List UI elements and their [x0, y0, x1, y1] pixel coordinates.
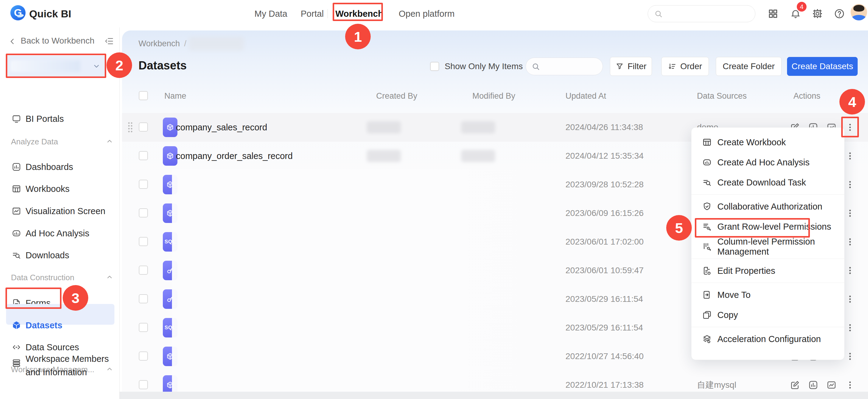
column-header-actions[interactable]: Actions — [794, 87, 820, 105]
row-checkbox[interactable] — [139, 208, 148, 218]
global-search-input[interactable] — [648, 5, 755, 22]
nav-portal[interactable]: Portal — [301, 0, 324, 27]
more-actions-icon[interactable] — [844, 150, 856, 162]
more-actions-icon[interactable] — [844, 294, 856, 305]
user-avatar[interactable] — [851, 4, 867, 21]
settings-gear-icon[interactable] — [812, 8, 823, 19]
nav-open-platform[interactable]: Open platform — [399, 0, 455, 27]
menu-item-create-download-task[interactable]: Create Download Task — [691, 172, 844, 193]
notification-badge: 4 — [797, 2, 807, 11]
row-checkbox[interactable] — [139, 294, 148, 303]
annotation-step-3: 3 — [63, 285, 88, 311]
search-icon — [654, 9, 663, 19]
row-checkbox[interactable] — [139, 122, 148, 132]
search-icon — [531, 62, 540, 73]
column-header-name[interactable]: Name — [164, 87, 186, 105]
collapse-sidebar-icon[interactable] — [105, 36, 114, 46]
table-header: Name Created By Modified By Updated At D… — [122, 87, 868, 105]
sidebar-item-downloads[interactable]: Downloads — [0, 244, 120, 266]
table-icon — [11, 184, 21, 194]
menu-item-edit-properties[interactable]: Edit Properties — [691, 261, 844, 281]
apps-grid-icon[interactable] — [768, 8, 778, 19]
row-checkbox[interactable] — [139, 351, 148, 361]
row-checkbox[interactable] — [139, 265, 148, 275]
help-icon[interactable] — [834, 8, 845, 19]
logo-text: Quick BI — [29, 0, 71, 27]
section-data-construction: Data Construction — [11, 273, 74, 282]
sidebar-item-workspace-members[interactable]: Workspace Members and Information — [0, 351, 120, 385]
menu-divider — [691, 194, 844, 195]
updated-at-value: 2022/10/21 17:13:38 — [565, 371, 644, 392]
create-datasets-button[interactable]: Create Datasets — [787, 57, 858, 76]
sidebar-item-workbooks[interactable]: Workbooks — [0, 178, 120, 200]
row-checkbox[interactable] — [139, 380, 148, 389]
data-source-value: 自建mysql — [697, 371, 736, 392]
edit-dataset-icon[interactable] — [789, 379, 800, 391]
sidebar-item-bi-portals[interactable]: BI Portals — [0, 108, 120, 130]
monitor-icon — [11, 114, 21, 124]
annotation-step-4: 4 — [839, 89, 865, 115]
sidebar-item-datasets[interactable]: Datasets — [0, 314, 120, 336]
create-folder-button[interactable]: Create Folder — [716, 57, 781, 76]
select-all-checkbox[interactable] — [139, 91, 148, 100]
menu-item-create-workbook[interactable]: Create Workbook — [691, 132, 844, 152]
show-only-my-items-checkbox[interactable] — [430, 62, 439, 71]
order-button[interactable]: Order — [661, 57, 709, 76]
data-source-arrows-icon — [11, 342, 21, 352]
chevron-up-icon[interactable] — [106, 138, 113, 145]
more-actions-icon[interactable] — [844, 208, 856, 219]
dataset-search-input[interactable] — [526, 58, 603, 75]
more-actions-icon[interactable] — [844, 265, 856, 276]
updated-at-value: 2024/04/12 15:35:34 — [565, 142, 644, 170]
create-analysis-icon[interactable] — [826, 379, 837, 391]
more-actions-icon[interactable] — [844, 236, 856, 247]
download-list-icon — [11, 250, 21, 260]
created-by-redacted — [367, 150, 401, 162]
row-checkbox[interactable] — [139, 237, 148, 246]
sidebar-item-dashboards[interactable]: Dashboards — [0, 156, 120, 178]
annotation-box-workspace-selector — [6, 54, 106, 78]
column-header-updated-at[interactable]: Updated At — [565, 87, 606, 105]
menu-item-move-to[interactable]: Move To — [691, 285, 844, 305]
annotation-box-workbench — [333, 3, 383, 21]
chevron-up-icon[interactable] — [106, 274, 113, 281]
modified-by-redacted — [461, 150, 495, 162]
more-actions-icon[interactable] — [844, 379, 856, 391]
annotation-step-1: 1 — [345, 24, 371, 49]
layers-gear-icon — [702, 334, 712, 344]
create-dashboard-icon[interactable] — [808, 379, 819, 391]
row-checkbox[interactable] — [139, 151, 148, 160]
sidebar-item-visualization-screen[interactable]: Visualization Screen — [0, 200, 120, 222]
menu-item-create-ad-hoc-analysis[interactable]: Create Ad Hoc Analysis — [691, 152, 844, 172]
row-checkbox[interactable] — [139, 323, 148, 332]
menu-item-collaborative-authorization[interactable]: Collaborative Authorization — [691, 196, 844, 217]
annotation-step-2: 2 — [106, 52, 132, 78]
bottom-band — [120, 392, 868, 399]
dataset-name[interactable]: company_order_sales_record — [176, 142, 293, 170]
updated-at-value: 2023/06/01 17:02:00 — [565, 228, 644, 256]
drag-handle-icon[interactable] — [127, 121, 134, 134]
column-header-data-sources[interactable]: Data Sources — [697, 87, 747, 105]
column-header-created-by[interactable]: Created By — [376, 87, 417, 105]
modified-by-redacted — [461, 121, 495, 134]
back-to-workbench[interactable]: Back to Workbench — [8, 35, 94, 47]
nav-my-data[interactable]: My Data — [254, 0, 287, 27]
more-actions-icon[interactable] — [844, 322, 856, 333]
filter-button[interactable]: Filter — [610, 57, 652, 76]
column-header-modified-by[interactable]: Modified By — [472, 87, 515, 105]
more-actions-icon[interactable] — [844, 179, 856, 190]
sidebar-item-ad-hoc-analysis[interactable]: Ad Hoc Analysis — [0, 222, 120, 244]
more-actions-icon[interactable] — [844, 351, 856, 362]
document-arrow-icon — [702, 290, 712, 300]
dataset-name[interactable]: company_sales_record — [176, 113, 267, 142]
annotation-box-grant-row-level — [695, 218, 810, 237]
show-only-my-items-label[interactable]: Show Only My Items — [445, 61, 523, 72]
breadcrumb[interactable]: Workbench/ — [138, 39, 187, 49]
row-checkbox[interactable] — [139, 180, 148, 189]
menu-divider — [691, 327, 844, 327]
row-actions-context-menu: Create Workbook Create Ad Hoc Analysis C… — [691, 127, 844, 360]
menu-item-column-level-permission-management[interactable]: Column-level Permission Management — [691, 237, 844, 257]
menu-item-copy[interactable]: Copy — [691, 305, 844, 325]
menu-item-acceleration-configuration[interactable]: Acceleration Configuration — [691, 329, 844, 349]
updated-at-value: 2023/06/09 16:15:26 — [565, 199, 644, 228]
